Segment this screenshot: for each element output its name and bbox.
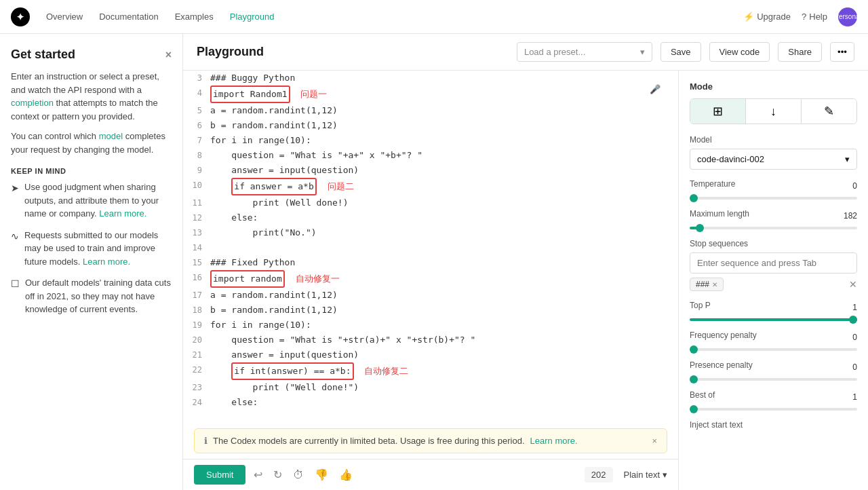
token-counter: 202 — [585, 467, 613, 483]
mode-selector: ⊞ ↓ ✎ — [690, 98, 857, 124]
best-of-label: Best of — [690, 390, 715, 400]
upgrade-button[interactable]: ⚡ Upgrade — [743, 12, 791, 22]
top-p-control: Top P 1 — [690, 301, 857, 321]
keep-in-mind-title: KEEP IN MIND — [11, 167, 172, 175]
sidebar-description: Enter an instruction or select a preset,… — [11, 70, 172, 123]
best-of-slider[interactable] — [690, 408, 857, 411]
code-line-13: 13 print("No.") — [183, 225, 678, 240]
save-button[interactable]: Save — [660, 42, 701, 62]
info-icon: ℹ — [204, 436, 208, 446]
top-p-value: 1 — [852, 303, 857, 312]
code-editor[interactable]: 🎤 3 ### Buggy Python 4 import Random1 问题… — [183, 71, 678, 428]
temperature-label: Temperature — [690, 179, 735, 189]
sidebar-item-training: ∿ Requests submitted to our models may b… — [11, 229, 172, 269]
output-format-label: Plain text — [624, 470, 660, 480]
max-length-value: 182 — [844, 211, 857, 221]
bottom-toolbar: Submit ↩ ↻ ⏱ 👎 👍 202 Plain text ▾ — [183, 459, 678, 490]
sidebar-close-button[interactable]: × — [165, 49, 172, 61]
info-close-button[interactable]: × — [652, 436, 657, 446]
history-icon[interactable]: ⏱ — [290, 466, 307, 484]
mode-insert-button[interactable]: ↓ — [746, 99, 802, 124]
model-chevron-icon: ▾ — [845, 154, 850, 164]
mode-complete-button[interactable]: ⊞ — [690, 99, 746, 124]
mode-section-title: Mode — [690, 81, 857, 92]
nav-documentation[interactable]: Documentation — [99, 12, 158, 22]
code-line-21: 21 answer = input(question) — [183, 347, 678, 362]
redo-icon[interactable]: ↻ — [271, 466, 285, 484]
completion-link[interactable]: completion — [11, 98, 54, 108]
code-line-9: 9 answer = input(question) — [183, 163, 678, 178]
best-of-control: Best of 1 — [690, 390, 857, 411]
code-line-17: 17 a = random.randint(1,12) — [183, 288, 678, 303]
share-button[interactable]: Share — [778, 42, 822, 62]
top-p-slider[interactable] — [690, 318, 857, 321]
preset-dropdown[interactable]: Load a preset... ▾ — [517, 42, 652, 62]
upgrade-icon: ⚡ — [743, 12, 754, 22]
output-format-select[interactable]: Plain text ▾ — [624, 470, 667, 480]
best-of-value: 1 — [852, 392, 857, 402]
model-label: Model — [690, 135, 857, 145]
stop-tag-remove-button[interactable]: ✕ — [712, 281, 717, 288]
mode-insert-icon: ↓ — [770, 105, 776, 119]
playground-title: Playground — [197, 45, 264, 59]
learn-more-link-1[interactable]: Learn more. — [99, 208, 146, 219]
stop-sequences-clear-button[interactable]: ✕ — [849, 279, 857, 290]
help-icon: ? — [802, 12, 806, 22]
model-dropdown[interactable]: code-davinci-002 ▾ — [690, 149, 857, 170]
code-line-20: 20 question = "What is "+str(a)+" x "+st… — [183, 333, 678, 347]
keep-in-mind-section: KEEP IN MIND ➤ Use good judgment when sh… — [11, 167, 172, 316]
frequency-penalty-value: 0 — [852, 333, 857, 342]
info-learn-more-link[interactable]: Learn more. — [530, 436, 578, 446]
code-line-15: 15 ### Fixed Python — [183, 255, 678, 270]
top-p-label: Top P — [690, 301, 711, 310]
playground-header: Playground Load a preset... ▾ Save View … — [183, 34, 868, 71]
thumbs-down-icon[interactable]: 👎 — [312, 466, 331, 484]
submit-button[interactable]: Submit — [194, 465, 245, 485]
microphone-icon[interactable]: 🎤 — [650, 84, 660, 94]
code-line-23: 23 print ("Well done!") — [183, 380, 678, 395]
presence-penalty-slider[interactable] — [690, 378, 857, 381]
view-code-button[interactable]: View code — [709, 42, 770, 62]
info-bar: ℹ The Codex models are currently in limi… — [194, 428, 667, 453]
model-link[interactable]: model — [99, 131, 123, 141]
presence-penalty-label: Presence penalty — [690, 360, 753, 370]
temperature-control: Temperature 0 — [690, 179, 857, 200]
temperature-value: 0 — [852, 181, 857, 191]
max-length-label: Maximum length — [690, 209, 749, 219]
undo-icon[interactable]: ↩ — [251, 466, 265, 484]
sidebar-title: Get started × — [11, 48, 172, 62]
temperature-slider[interactable] — [690, 197, 857, 200]
mode-edit-button[interactable]: ✎ — [802, 99, 856, 124]
mode-edit-icon: ✎ — [824, 104, 834, 119]
get-started-sidebar: Get started × Enter an instruction or se… — [0, 34, 183, 490]
code-line-4: 4 import Random1 问题一 — [183, 86, 678, 103]
sidebar-item-knowledge: ☐ Our default models' training data cuts… — [11, 276, 172, 316]
max-length-control: Maximum length 182 — [690, 209, 857, 229]
code-line-14: 14 — [183, 240, 678, 255]
nav-examples[interactable]: Examples — [175, 12, 214, 22]
stop-sequences-input[interactable] — [690, 252, 857, 274]
logo-icon: ✦ — [11, 7, 30, 26]
code-line-18: 18 b = random.randint(1,12) — [183, 303, 678, 318]
nav-overview[interactable]: Overview — [46, 12, 83, 22]
code-line-12: 12 else: — [183, 210, 678, 225]
code-line-16: 16 import random 自动修复一 — [183, 270, 678, 288]
account-avatar[interactable]: Personal — [838, 7, 857, 26]
code-line-10: 10 if answer = a*b 问题二 — [183, 178, 678, 195]
thumbs-up-icon[interactable]: 👍 — [336, 466, 355, 484]
code-line-11: 11 print (Well done!) — [183, 195, 678, 210]
top-navigation: ✦ Overview Documentation Examples Playgr… — [0, 0, 868, 34]
arrow-icon: ➤ — [11, 181, 19, 221]
nav-playground[interactable]: Playground — [230, 12, 275, 22]
learn-more-link-2[interactable]: Learn more. — [83, 257, 130, 267]
code-editor-panel: 🎤 3 ### Buggy Python 4 import Random1 问题… — [183, 71, 678, 490]
code-line-24: 24 else: — [183, 395, 678, 410]
max-length-slider[interactable] — [690, 227, 857, 229]
frequency-penalty-slider[interactable] — [690, 348, 857, 351]
wave-icon: ∿ — [11, 229, 19, 269]
presence-penalty-control: Presence penalty 0 — [690, 360, 857, 381]
more-options-button[interactable]: ••• — [830, 42, 854, 62]
code-line-22: 22 if int(answer) == a*b: 自动修复二 — [183, 362, 678, 380]
presence-penalty-value: 0 — [852, 362, 857, 372]
help-button[interactable]: ? Help — [802, 12, 827, 22]
